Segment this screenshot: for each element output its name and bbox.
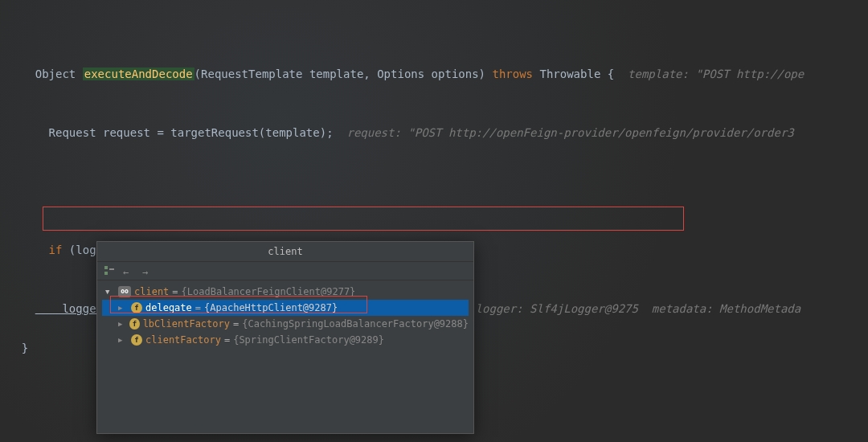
tree-child-row-selected[interactable]: ▶ f delegate = {ApacheHttpClient@9287} xyxy=(102,300,469,316)
tree-node-name: client xyxy=(134,284,169,299)
tree-node-value: {LoadBalancerFeignClient@9277} xyxy=(182,284,356,299)
code-text: Throwable { xyxy=(533,68,614,80)
code-text: (RequestTemplate template, Options optio… xyxy=(194,68,493,80)
svg-rect-0 xyxy=(104,266,108,269)
debug-inspect-popup[interactable]: client ← → ▼ oo client = {LoadBalancerFe… xyxy=(96,241,474,434)
tree-node-value: {CachingSpringLoadBalancerFactory@9288} xyxy=(242,317,469,331)
tree-view-icon[interactable] xyxy=(104,265,115,276)
code-text: } xyxy=(8,342,28,354)
field-icon: f xyxy=(131,302,142,313)
forward-arrow-icon[interactable]: → xyxy=(142,265,154,276)
tree-node-value: {ApacheHttpClient@9287} xyxy=(204,301,338,315)
popup-toolbar: ← → xyxy=(97,262,473,280)
method-name-highlight: executeAndDecode xyxy=(83,68,194,80)
tree-child-row[interactable]: ▶ f clientFactory = {SpringClientFactory… xyxy=(102,332,469,348)
tree-node-name: lbClientFactory xyxy=(143,317,230,331)
expand-arrow-icon[interactable]: ▶ xyxy=(118,333,128,347)
popup-title: client xyxy=(97,242,473,262)
code-text: logger xyxy=(35,302,103,315)
inlay-hint: template: xyxy=(614,68,695,80)
field-icon: f xyxy=(129,318,139,329)
svg-rect-2 xyxy=(109,268,114,270)
keyword: if xyxy=(35,244,63,256)
equals: = xyxy=(195,301,201,315)
expand-arrow-icon[interactable]: ▼ xyxy=(105,284,115,299)
field-icon: f xyxy=(131,334,142,346)
inlay-hint-value: "POST http://ope xyxy=(695,68,804,80)
code-text: Object xyxy=(35,68,83,80)
inlay-hint: logger: Slf4jLogger@9275 metadata: Metho… xyxy=(462,302,800,315)
tree-node-name: clientFactory xyxy=(145,333,221,347)
variable-tree[interactable]: ▼ oo client = {LoadBalancerFeignClient@9… xyxy=(97,280,473,351)
inlay-hint-value: "POST http://openFeign-provider/openfeig… xyxy=(407,126,793,139)
svg-rect-1 xyxy=(104,272,108,275)
equals: = xyxy=(172,284,178,299)
tree-child-row[interactable]: ▶ f lbClientFactory = {CachingSpringLoad… xyxy=(102,316,469,332)
equals: = xyxy=(224,333,230,347)
code-text: Request request = targetRequest(template… xyxy=(35,126,334,139)
object-icon: oo xyxy=(118,286,131,297)
tree-node-name: delegate xyxy=(145,301,192,315)
tree-node-value: {SpringClientFactory@9289} xyxy=(233,333,384,347)
expand-arrow-icon[interactable]: ▶ xyxy=(118,301,128,315)
back-arrow-icon[interactable]: ← xyxy=(123,265,134,276)
tree-root-row[interactable]: ▼ oo client = {LoadBalancerFeignClient@9… xyxy=(102,284,469,300)
expand-arrow-icon[interactable]: ▶ xyxy=(118,317,126,331)
keyword: throws xyxy=(492,68,533,80)
inlay-hint: request: xyxy=(334,126,408,139)
equals: = xyxy=(233,317,239,331)
